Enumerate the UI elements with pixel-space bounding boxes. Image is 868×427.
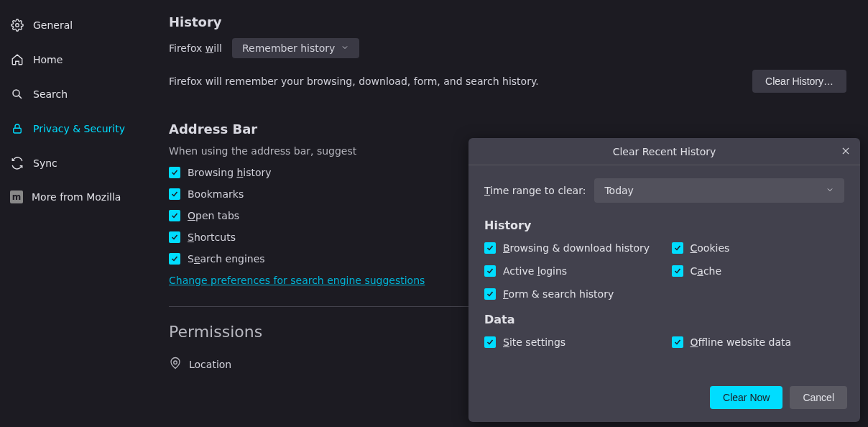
time-range-value: Today — [604, 185, 634, 196]
checkbox-checked-icon — [169, 188, 180, 200]
chk-cookies[interactable]: Cookies — [672, 242, 845, 254]
checkbox-checked-icon — [169, 231, 180, 243]
checkbox-checked-icon — [169, 253, 180, 265]
chk-site-settings[interactable]: Site settings — [484, 336, 657, 348]
dialog-history-title: History — [484, 219, 844, 232]
chk-browsing-download[interactable]: Browsing & download history — [484, 242, 657, 254]
checkbox-checked-icon — [484, 336, 496, 348]
clear-history-dialog: Clear Recent History Time range to clear… — [468, 138, 860, 422]
history-description: Firefox will remember your browsing, dow… — [169, 75, 539, 87]
sidebar-label: Privacy & Security — [33, 123, 125, 134]
checkbox-label: Site settings — [503, 336, 565, 348]
checkbox-label: Form & search history — [503, 288, 614, 300]
checkbox-checked-icon — [672, 265, 683, 277]
dialog-title: Clear Recent History — [613, 146, 716, 157]
checkbox-checked-icon — [484, 288, 496, 300]
svg-point-3 — [174, 361, 177, 364]
svg-point-1 — [13, 90, 19, 96]
settings-sidebar: General Home Search Privacy & Security S… — [0, 0, 151, 427]
history-title: History — [169, 14, 846, 29]
close-icon[interactable] — [839, 144, 853, 158]
checkbox-label: Active logins — [503, 265, 567, 277]
checkbox-label: Browsing history — [188, 167, 272, 178]
sidebar-label: Sync — [33, 157, 57, 169]
svg-point-0 — [16, 24, 19, 27]
checkbox-label: Cache — [691, 265, 722, 277]
checkbox-checked-icon — [484, 242, 496, 254]
home-icon — [10, 52, 24, 67]
cancel-button[interactable]: Cancel — [790, 386, 847, 409]
time-range-label: Time range to clear: — [484, 185, 586, 196]
lock-icon — [10, 121, 24, 136]
sidebar-item-search[interactable]: Search — [7, 80, 144, 109]
sidebar-item-general[interactable]: General — [7, 11, 144, 40]
chevron-down-icon — [826, 185, 834, 196]
search-icon — [10, 87, 24, 101]
checkbox-checked-icon — [672, 336, 683, 348]
checkbox-label: Open tabs — [188, 210, 239, 221]
clear-now-button[interactable]: Clear Now — [710, 386, 782, 409]
chk-form-search[interactable]: Form & search history — [484, 288, 657, 300]
checkbox-checked-icon — [169, 167, 180, 178]
chk-offline-data[interactable]: Offline website data — [672, 336, 845, 348]
checkbox-checked-icon — [484, 265, 496, 277]
checkbox-label: Offline website data — [691, 336, 792, 348]
checkbox-label: Search engines — [188, 253, 265, 265]
search-prefs-link[interactable]: Change preferences for search engine sug… — [169, 275, 425, 286]
checkbox-label: Browsing & download history — [503, 242, 650, 254]
location-icon — [169, 357, 182, 372]
clear-history-button[interactable]: Clear History… — [752, 70, 846, 93]
checkbox-label: Cookies — [691, 242, 730, 254]
sidebar-label: General — [33, 19, 73, 31]
gear-icon — [10, 18, 24, 32]
dialog-data-title: Data — [484, 313, 844, 326]
location-label: Location — [189, 359, 231, 370]
chevron-down-icon — [341, 42, 349, 54]
chk-active-logins[interactable]: Active logins — [484, 265, 657, 277]
sidebar-item-privacy[interactable]: Privacy & Security — [7, 114, 144, 143]
sidebar-label: More from Mozilla — [32, 191, 121, 203]
checkbox-label: Bookmarks — [188, 188, 244, 200]
checkbox-checked-icon — [169, 210, 180, 221]
history-mode-value: Remember history — [242, 42, 335, 54]
checkbox-label: Shortcuts — [188, 231, 236, 243]
firefox-will-label: Firefox will — [169, 42, 222, 54]
addressbar-title: Address Bar — [169, 121, 846, 137]
sidebar-item-home[interactable]: Home — [7, 45, 144, 74]
svg-rect-2 — [14, 128, 22, 133]
sidebar-item-more[interactable]: m More from Mozilla — [7, 183, 144, 211]
sidebar-label: Search — [33, 88, 68, 100]
sidebar-label: Home — [33, 54, 63, 65]
dialog-header: Clear Recent History — [468, 138, 860, 165]
checkbox-checked-icon — [672, 242, 683, 254]
chk-cache[interactable]: Cache — [672, 265, 845, 277]
sync-icon — [10, 156, 24, 170]
time-range-select[interactable]: Today — [594, 178, 844, 203]
mozilla-icon: m — [10, 190, 23, 203]
sidebar-item-sync[interactable]: Sync — [7, 149, 144, 178]
history-mode-select[interactable]: Remember history — [232, 38, 359, 58]
